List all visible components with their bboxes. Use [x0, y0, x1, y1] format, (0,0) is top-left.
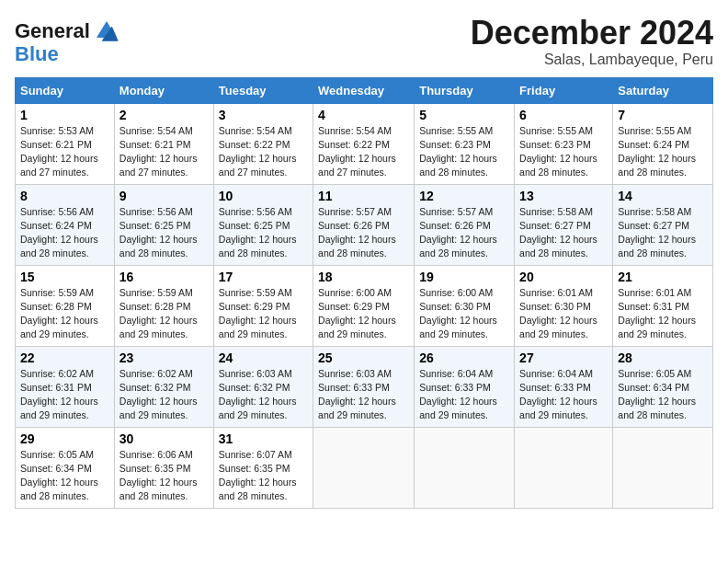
- cell-sun-info: Sunrise: 6:00 AM Sunset: 6:29 PM Dayligh…: [318, 286, 409, 342]
- calendar-cell: [613, 427, 713, 508]
- cell-sun-info: Sunrise: 6:03 AM Sunset: 6:32 PM Dayligh…: [219, 367, 308, 423]
- cell-sun-info: Sunrise: 6:02 AM Sunset: 6:32 PM Dayligh…: [119, 367, 209, 423]
- calendar-header-tuesday: Tuesday: [213, 77, 313, 103]
- calendar-header-monday: Monday: [114, 77, 213, 103]
- cell-sun-info: Sunrise: 6:06 AM Sunset: 6:35 PM Dayligh…: [119, 448, 209, 504]
- calendar-cell: 18Sunrise: 6:00 AM Sunset: 6:29 PM Dayli…: [313, 265, 415, 346]
- calendar-cell: [415, 427, 515, 508]
- day-number: 12: [419, 189, 509, 203]
- cell-sun-info: Sunrise: 5:54 AM Sunset: 6:22 PM Dayligh…: [318, 124, 409, 180]
- day-number: 15: [20, 270, 109, 284]
- calendar-cell: 16Sunrise: 5:59 AM Sunset: 6:28 PM Dayli…: [114, 265, 213, 346]
- calendar-cell: 3Sunrise: 5:54 AM Sunset: 6:22 PM Daylig…: [213, 103, 313, 184]
- calendar-header-saturday: Saturday: [613, 77, 713, 103]
- logo: General Blue: [15, 18, 119, 64]
- day-number: 29: [20, 431, 109, 446]
- calendar-cell: 13Sunrise: 5:58 AM Sunset: 6:27 PM Dayli…: [515, 184, 613, 265]
- calendar-cell: 30Sunrise: 6:06 AM Sunset: 6:35 PM Dayli…: [114, 427, 213, 508]
- day-number: 28: [618, 350, 708, 365]
- day-number: 27: [519, 350, 608, 365]
- calendar-cell: 19Sunrise: 6:00 AM Sunset: 6:30 PM Dayli…: [415, 265, 515, 346]
- calendar-cell: 9Sunrise: 5:56 AM Sunset: 6:25 PM Daylig…: [114, 184, 213, 265]
- cell-sun-info: Sunrise: 5:56 AM Sunset: 6:25 PM Dayligh…: [119, 205, 209, 261]
- day-number: 31: [219, 431, 308, 446]
- calendar-week-row: 29Sunrise: 6:05 AM Sunset: 6:34 PM Dayli…: [16, 427, 713, 508]
- calendar-cell: 5Sunrise: 5:55 AM Sunset: 6:23 PM Daylig…: [415, 103, 515, 184]
- title-area: December 2024 Salas, Lambayeque, Peru: [471, 15, 713, 68]
- calendar-week-row: 22Sunrise: 6:02 AM Sunset: 6:31 PM Dayli…: [16, 346, 713, 427]
- calendar-cell: 24Sunrise: 6:03 AM Sunset: 6:32 PM Dayli…: [213, 346, 313, 427]
- calendar-cell: 12Sunrise: 5:57 AM Sunset: 6:26 PM Dayli…: [415, 184, 515, 265]
- cell-sun-info: Sunrise: 6:01 AM Sunset: 6:30 PM Dayligh…: [519, 286, 608, 342]
- calendar-body: 1Sunrise: 5:53 AM Sunset: 6:21 PM Daylig…: [16, 103, 713, 508]
- calendar-cell: 17Sunrise: 5:59 AM Sunset: 6:29 PM Dayli…: [213, 265, 313, 346]
- calendar-cell: 7Sunrise: 5:55 AM Sunset: 6:24 PM Daylig…: [613, 103, 713, 184]
- day-number: 5: [419, 108, 509, 122]
- calendar-cell: 26Sunrise: 6:04 AM Sunset: 6:33 PM Dayli…: [415, 346, 515, 427]
- calendar-cell: 4Sunrise: 5:54 AM Sunset: 6:22 PM Daylig…: [313, 103, 415, 184]
- day-number: 14: [618, 189, 708, 203]
- logo-text-blue: Blue: [15, 44, 59, 64]
- cell-sun-info: Sunrise: 6:04 AM Sunset: 6:33 PM Dayligh…: [419, 367, 509, 423]
- calendar-cell: 11Sunrise: 5:57 AM Sunset: 6:26 PM Dayli…: [313, 184, 415, 265]
- cell-sun-info: Sunrise: 5:54 AM Sunset: 6:22 PM Dayligh…: [219, 124, 308, 180]
- calendar-cell: 25Sunrise: 6:03 AM Sunset: 6:33 PM Dayli…: [313, 346, 415, 427]
- cell-sun-info: Sunrise: 6:04 AM Sunset: 6:33 PM Dayligh…: [519, 367, 608, 423]
- day-number: 17: [219, 270, 308, 284]
- cell-sun-info: Sunrise: 5:56 AM Sunset: 6:24 PM Dayligh…: [20, 205, 109, 261]
- day-number: 20: [519, 270, 608, 284]
- calendar-header-friday: Friday: [515, 77, 613, 103]
- calendar-cell: 20Sunrise: 6:01 AM Sunset: 6:30 PM Dayli…: [515, 265, 613, 346]
- day-number: 1: [20, 108, 109, 122]
- day-number: 11: [318, 189, 409, 203]
- location-title: Salas, Lambayeque, Peru: [471, 52, 713, 68]
- calendar-cell: 10Sunrise: 5:56 AM Sunset: 6:25 PM Dayli…: [213, 184, 313, 265]
- calendar-cell: 6Sunrise: 5:55 AM Sunset: 6:23 PM Daylig…: [515, 103, 613, 184]
- calendar-week-row: 15Sunrise: 5:59 AM Sunset: 6:28 PM Dayli…: [16, 265, 713, 346]
- day-number: 10: [219, 189, 308, 203]
- calendar-table: SundayMondayTuesdayWednesdayThursdayFrid…: [15, 77, 713, 509]
- cell-sun-info: Sunrise: 6:07 AM Sunset: 6:35 PM Dayligh…: [219, 448, 308, 504]
- day-number: 16: [119, 270, 209, 284]
- calendar-cell: [313, 427, 415, 508]
- cell-sun-info: Sunrise: 5:55 AM Sunset: 6:24 PM Dayligh…: [618, 124, 708, 180]
- calendar-header-row: SundayMondayTuesdayWednesdayThursdayFrid…: [16, 77, 713, 103]
- day-number: 2: [119, 108, 209, 122]
- day-number: 7: [618, 108, 708, 122]
- day-number: 30: [119, 431, 209, 446]
- cell-sun-info: Sunrise: 5:59 AM Sunset: 6:29 PM Dayligh…: [219, 286, 308, 342]
- calendar-cell: 2Sunrise: 5:54 AM Sunset: 6:21 PM Daylig…: [114, 103, 213, 184]
- calendar-cell: 21Sunrise: 6:01 AM Sunset: 6:31 PM Dayli…: [613, 265, 713, 346]
- cell-sun-info: Sunrise: 6:03 AM Sunset: 6:33 PM Dayligh…: [318, 367, 409, 423]
- day-number: 21: [618, 270, 708, 284]
- day-number: 6: [519, 108, 608, 122]
- calendar-cell: 27Sunrise: 6:04 AM Sunset: 6:33 PM Dayli…: [515, 346, 613, 427]
- calendar-week-row: 8Sunrise: 5:56 AM Sunset: 6:24 PM Daylig…: [16, 184, 713, 265]
- cell-sun-info: Sunrise: 6:00 AM Sunset: 6:30 PM Dayligh…: [419, 286, 509, 342]
- cell-sun-info: Sunrise: 5:53 AM Sunset: 6:21 PM Dayligh…: [20, 124, 109, 180]
- calendar-header-sunday: Sunday: [16, 77, 115, 103]
- cell-sun-info: Sunrise: 5:54 AM Sunset: 6:21 PM Dayligh…: [119, 124, 209, 180]
- day-number: 4: [318, 108, 409, 122]
- day-number: 24: [219, 350, 308, 365]
- cell-sun-info: Sunrise: 5:58 AM Sunset: 6:27 PM Dayligh…: [618, 205, 708, 261]
- cell-sun-info: Sunrise: 5:57 AM Sunset: 6:26 PM Dayligh…: [318, 205, 409, 261]
- cell-sun-info: Sunrise: 5:59 AM Sunset: 6:28 PM Dayligh…: [20, 286, 109, 342]
- cell-sun-info: Sunrise: 5:55 AM Sunset: 6:23 PM Dayligh…: [519, 124, 608, 180]
- calendar-cell: 28Sunrise: 6:05 AM Sunset: 6:34 PM Dayli…: [613, 346, 713, 427]
- calendar-header-wednesday: Wednesday: [313, 77, 415, 103]
- day-number: 23: [119, 350, 209, 365]
- logo-text-general: General: [15, 21, 90, 41]
- cell-sun-info: Sunrise: 5:56 AM Sunset: 6:25 PM Dayligh…: [219, 205, 308, 261]
- cell-sun-info: Sunrise: 5:58 AM Sunset: 6:27 PM Dayligh…: [519, 205, 608, 261]
- day-number: 13: [519, 189, 608, 203]
- logo-icon: [94, 18, 119, 44]
- cell-sun-info: Sunrise: 5:57 AM Sunset: 6:26 PM Dayligh…: [419, 205, 509, 261]
- day-number: 22: [20, 350, 109, 365]
- header: General Blue December 2024 Salas, Lambay…: [15, 15, 713, 68]
- day-number: 9: [119, 189, 209, 203]
- calendar-cell: 23Sunrise: 6:02 AM Sunset: 6:32 PM Dayli…: [114, 346, 213, 427]
- calendar-cell: 8Sunrise: 5:56 AM Sunset: 6:24 PM Daylig…: [16, 184, 115, 265]
- cell-sun-info: Sunrise: 6:01 AM Sunset: 6:31 PM Dayligh…: [618, 286, 708, 342]
- day-number: 26: [419, 350, 509, 365]
